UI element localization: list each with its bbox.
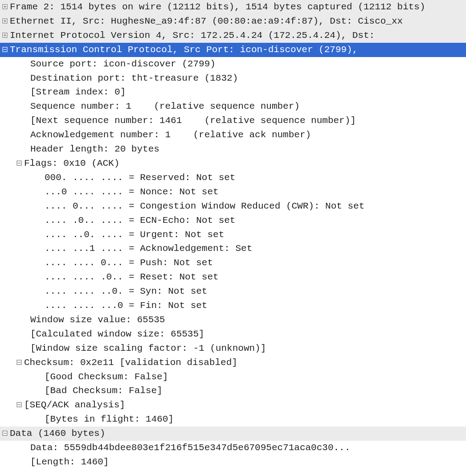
tree-row-flag-fin[interactable]: .... .... ...0 = Fin: Not set bbox=[0, 299, 466, 313]
tree-row-data-length[interactable]: [Length: 1460] bbox=[0, 455, 466, 469]
tree-label: Acknowledgement number: 1 (relative ack … bbox=[30, 128, 311, 142]
tree-label: Frame 2: 1514 bytes on wire (12112 bits)… bbox=[10, 0, 425, 14]
tree-row-frame[interactable]: Frame 2: 1514 bytes on wire (12112 bits)… bbox=[0, 0, 466, 14]
tree-row-src-port[interactable]: Source port: icon-discover (2799) bbox=[0, 57, 466, 71]
tree-label: [Window size scaling factor: -1 (unknown… bbox=[30, 341, 266, 356]
tree-row-bytes-in-flight[interactable]: [Bytes in flight: 1460] bbox=[0, 412, 466, 427]
tree-label: ...0 .... .... = Nonce: Not set bbox=[45, 185, 219, 199]
tree-label: [SEQ/ACK analysis] bbox=[24, 398, 125, 412]
tree-label: Data: 5559db44bdee803e1f216f515e347d5e67… bbox=[30, 441, 350, 455]
collapse-icon[interactable] bbox=[16, 402, 22, 408]
tree-label: .... .0.. .... = ECN-Echo: Not set bbox=[45, 213, 235, 228]
tree-label: [Calculated window size: 65535] bbox=[30, 327, 204, 341]
tree-row-dst-port[interactable]: Destination port: tht-treasure (1832) bbox=[0, 71, 466, 86]
tree-row-bad-checksum[interactable]: [Bad Checksum: False] bbox=[0, 384, 466, 398]
tree-label: Window size value: 65535 bbox=[30, 313, 165, 327]
tree-label: [Next sequence number: 1461 (relative se… bbox=[30, 114, 356, 128]
tree-label: Checksum: 0x2e11 [validation disabled] bbox=[24, 356, 237, 370]
expand-icon[interactable] bbox=[2, 4, 8, 10]
tree-label: Internet Protocol Version 4, Src: 172.25… bbox=[10, 29, 380, 43]
tree-label: [Stream index: 0] bbox=[30, 85, 126, 99]
tree-row-ack[interactable]: Acknowledgement number: 1 (relative ack … bbox=[0, 128, 466, 142]
tree-label: [Bytes in flight: 1460] bbox=[45, 412, 174, 427]
tree-row-next-seq[interactable]: [Next sequence number: 1461 (relative se… bbox=[0, 114, 466, 128]
tree-row-win-scale[interactable]: [Window size scaling factor: -1 (unknown… bbox=[0, 341, 466, 356]
tree-row-flag-ecn[interactable]: .... .0.. .... = ECN-Echo: Not set bbox=[0, 213, 466, 228]
tree-label: .... .... 0... = Push: Not set bbox=[45, 256, 213, 270]
tree-row-ip[interactable]: Internet Protocol Version 4, Src: 172.25… bbox=[0, 29, 466, 43]
expand-icon[interactable] bbox=[2, 18, 8, 24]
tree-row-flag-cwr[interactable]: .... 0... .... = Congestion Window Reduc… bbox=[0, 199, 466, 213]
tree-row-flag-reset[interactable]: .... .... .0.. = Reset: Not set bbox=[0, 270, 466, 284]
collapse-icon[interactable] bbox=[2, 46, 8, 53]
tree-label: Source port: icon-discover (2799) bbox=[30, 57, 216, 71]
expand-icon[interactable] bbox=[2, 32, 8, 38]
tree-row-flags[interactable]: Flags: 0x10 (ACK) bbox=[0, 156, 466, 171]
tree-row-flag-urg[interactable]: .... ..0. .... = Urgent: Not set bbox=[0, 228, 466, 242]
tree-label: .... .... ...0 = Fin: Not set bbox=[45, 299, 207, 313]
tree-row-flag-nonce[interactable]: ...0 .... .... = Nonce: Not set bbox=[0, 185, 466, 199]
tree-row-calc-win[interactable]: [Calculated window size: 65535] bbox=[0, 327, 466, 341]
tree-label: [Good Checksum: False] bbox=[45, 370, 168, 384]
tree-row-stream-index[interactable]: [Stream index: 0] bbox=[0, 85, 466, 99]
tree-row-win-size[interactable]: Window size value: 65535 bbox=[0, 313, 466, 327]
tree-label: [Bad Checksum: False] bbox=[45, 384, 163, 398]
tree-label: .... ..0. .... = Urgent: Not set bbox=[45, 228, 224, 242]
tree-row-data-value[interactable]: Data: 5559db44bdee803e1f216f515e347d5e67… bbox=[0, 441, 466, 455]
tree-label: Ethernet II, Src: HughesNe_a9:4f:87 (00:… bbox=[10, 14, 403, 29]
tree-label: .... .... ..0. = Syn: Not set bbox=[45, 284, 207, 299]
collapse-icon[interactable] bbox=[2, 430, 8, 436]
tree-row-seqack[interactable]: [SEQ/ACK analysis] bbox=[0, 398, 466, 412]
tree-label: Header length: 20 bytes bbox=[30, 142, 159, 156]
tree-label: Flags: 0x10 (ACK) bbox=[24, 156, 119, 171]
collapse-icon[interactable] bbox=[16, 359, 22, 365]
tree-label: .... ...1 .... = Acknowledgement: Set bbox=[45, 242, 252, 256]
tree-row-checksum[interactable]: Checksum: 0x2e11 [validation disabled] bbox=[0, 356, 466, 370]
tree-label: Sequence number: 1 (relative sequence nu… bbox=[30, 99, 300, 114]
tree-row-data[interactable]: Data (1460 bytes) bbox=[0, 427, 466, 441]
tree-row-flag-syn[interactable]: .... .... ..0. = Syn: Not set bbox=[0, 284, 466, 299]
tree-row-ethernet[interactable]: Ethernet II, Src: HughesNe_a9:4f:87 (00:… bbox=[0, 14, 466, 29]
tree-label: Data (1460 bytes) bbox=[10, 427, 105, 441]
tree-row-flag-push[interactable]: .... .... 0... = Push: Not set bbox=[0, 256, 466, 270]
tree-row-seq[interactable]: Sequence number: 1 (relative sequence nu… bbox=[0, 99, 466, 114]
tree-label: .... 0... .... = Congestion Window Reduc… bbox=[45, 199, 364, 213]
tree-label: .... .... .0.. = Reset: Not set bbox=[45, 270, 219, 284]
tree-row-hdr-len[interactable]: Header length: 20 bytes bbox=[0, 142, 466, 156]
tree-row-flag-reserved[interactable]: 000. .... .... = Reserved: Not set bbox=[0, 171, 466, 185]
tree-row-tcp[interactable]: Transmission Control Protocol, Src Port:… bbox=[0, 43, 466, 57]
collapse-icon[interactable] bbox=[16, 160, 22, 166]
tree-label: 000. .... .... = Reserved: Not set bbox=[45, 171, 235, 185]
tree-label: Destination port: tht-treasure (1832) bbox=[30, 71, 238, 86]
tree-row-good-checksum[interactable]: [Good Checksum: False] bbox=[0, 370, 466, 384]
tree-label: Transmission Control Protocol, Src Port:… bbox=[10, 43, 358, 57]
tree-label: [Length: 1460] bbox=[30, 455, 109, 469]
tree-row-flag-ack[interactable]: .... ...1 .... = Acknowledgement: Set bbox=[0, 242, 466, 256]
